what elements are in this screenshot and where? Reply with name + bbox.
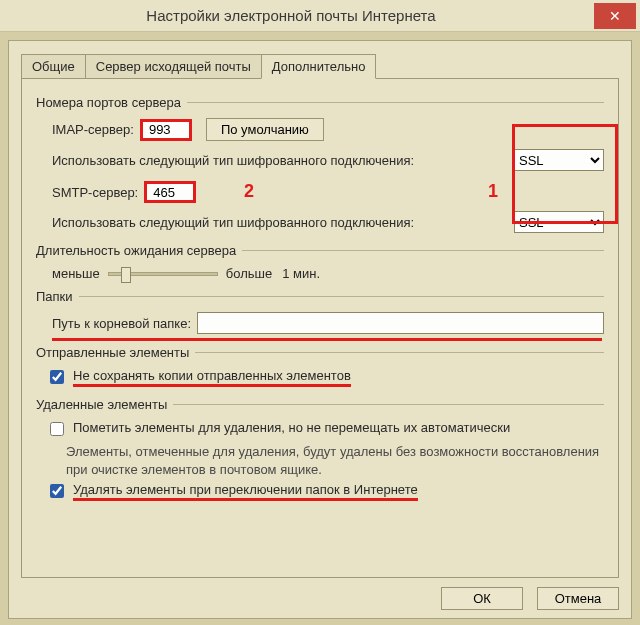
divider [187,102,604,103]
timeout-less-label: меньше [52,266,100,281]
smtp-encrypt-label: Использовать следующий тип шифрованного … [52,215,514,230]
root-path-input[interactable] [197,312,604,334]
timeout-more-label: больше [226,266,272,281]
group-timeout-label: Длительность ожидания сервера [36,243,242,258]
imap-encrypt-label: Использовать следующий тип шифрованного … [52,153,514,168]
ok-button[interactable]: ОК [441,587,523,610]
imap-port-input[interactable] [140,119,192,141]
window-title: Настройки электронной почты Интернета [0,7,594,24]
tab-general[interactable]: Общие [21,54,86,79]
mark-for-delete-label: Пометить элементы для удаления, но не пе… [73,420,510,435]
close-button[interactable]: ✕ [594,3,636,29]
purge-on-switch-label: Удалять элементы при переключении папок … [73,482,418,501]
smtp-label: SMTP-сервер: [52,185,138,200]
default-ports-button[interactable]: По умолчанию [206,118,324,141]
group-deleted-label: Удаленные элементы [36,397,173,412]
purge-on-switch-checkbox[interactable] [50,484,64,498]
cancel-button[interactable]: Отмена [537,587,619,610]
group-sent-label: Отправленные элементы [36,345,195,360]
imap-label: IMAP-сервер: [52,122,134,137]
divider [195,352,604,353]
tab-advanced[interactable]: Дополнительно [261,54,377,79]
tab-strip: Общие Сервер исходящей почты Дополнитель… [21,54,619,79]
root-path-label: Путь к корневой папке: [52,316,191,331]
title-bar: Настройки электронной почты Интернета ✕ [0,0,640,32]
tab-outgoing[interactable]: Сервер исходящей почты [85,54,262,79]
smtp-port-input[interactable] [144,181,196,203]
close-icon: ✕ [609,8,621,24]
mark-for-delete-checkbox[interactable] [50,422,64,436]
annotation-underline-path [52,338,602,341]
group-ports-label: Номера портов сервера [36,95,187,110]
group-sent: Отправленные элементы [36,345,604,360]
divider [79,296,604,297]
divider [173,404,604,405]
dialog-body: Общие Сервер исходящей почты Дополнитель… [8,40,632,619]
imap-encrypt-select[interactable]: SSL [514,149,604,171]
group-timeout: Длительность ожидания сервера [36,243,604,258]
group-deleted: Удаленные элементы [36,397,604,412]
dialog-buttons: ОК Отмена [441,587,619,610]
advanced-panel: Номера портов сервера IMAP-сервер: По ум… [21,78,619,578]
smtp-encrypt-select[interactable]: SSL [514,211,604,233]
group-folders: Папки [36,289,604,304]
dont-save-sent-checkbox[interactable] [50,370,64,384]
group-folders-label: Папки [36,289,79,304]
group-ports: Номера портов сервера [36,95,604,110]
deleted-description: Элементы, отмеченные для удаления, будут… [66,443,604,478]
timeout-slider[interactable] [108,272,218,276]
timeout-value: 1 мин. [282,266,320,281]
slider-thumb[interactable] [121,267,131,283]
dont-save-sent-label: Не сохранять копии отправленных элементо… [73,368,351,387]
divider [242,250,604,251]
